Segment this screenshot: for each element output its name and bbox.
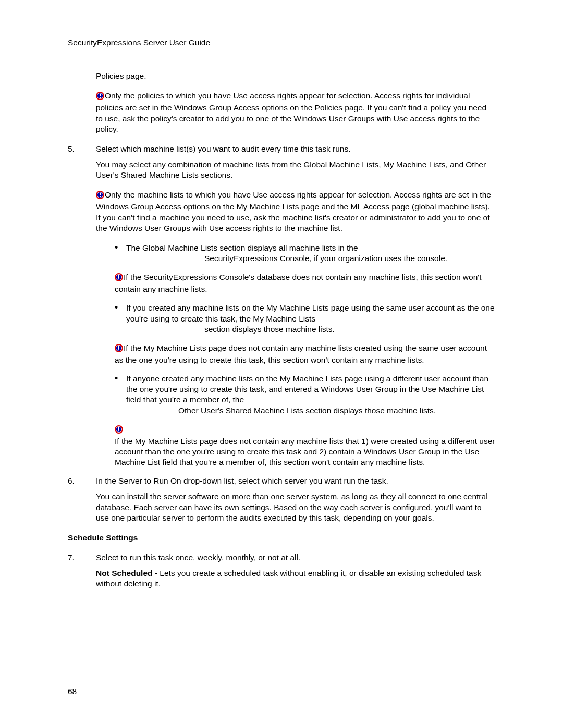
step-number: 6. (68, 476, 96, 486)
alert-icon (96, 191, 104, 202)
subnote-global-lists: If the SecurityExpressions Console's dat… (115, 272, 495, 294)
page-number: 68 (68, 686, 77, 697)
note-policies-access: Only the policies to which you have Use … (96, 91, 495, 134)
bullet-global-lists: The Global Machine Lists section display… (115, 243, 495, 264)
schedule-settings-heading: Schedule Settings (68, 533, 495, 543)
step-6-detail: You can install the server software on m… (96, 491, 495, 523)
step-5: 5. Select which machine list(s) you want… (68, 144, 495, 467)
alert-icon (96, 92, 104, 103)
note-text: Only the policies to which you have Use … (96, 91, 486, 133)
bullet-other-lists: If anyone created any machine lists on t… (115, 374, 495, 416)
subnote-other-lists: If the My Machine Lists page does not co… (115, 424, 495, 468)
alert-icon (115, 425, 123, 436)
step-7-detail: Not Scheduled - Lets you create a schedu… (96, 568, 495, 589)
bullet-cont: SecurityExpressions Console, if your org… (204, 253, 495, 264)
document-header: SecurityExpressions Server User Guide (68, 38, 495, 48)
alert-icon (115, 344, 123, 355)
note-text: If the SecurityExpressions Console's dat… (115, 273, 482, 293)
note-text: Only the machine lists to which you have… (96, 190, 491, 232)
document-page: SecurityExpressions Server User Guide Po… (0, 0, 563, 630)
step-text: Select which machine list(s) you want to… (96, 144, 495, 154)
step-number: 5. (68, 144, 96, 154)
bullet-cont: Other User's Shared Machine Lists sectio… (178, 405, 495, 416)
not-scheduled-label: Not Scheduled (96, 569, 153, 577)
step-text: In the Server to Run On drop-down list, … (96, 476, 495, 486)
policies-page-text: Policies page. (96, 71, 495, 81)
not-scheduled-desc: - Lets you create a scheduled task witho… (96, 569, 481, 588)
note-text: If the My Machine Lists page does not co… (115, 343, 487, 364)
bullet-cont: section displays those machine lists. (204, 324, 495, 335)
note-machine-lists-access: Only the machine lists to which you have… (96, 190, 495, 233)
note-text: If the My Machine Lists page does not co… (115, 437, 495, 466)
bullet-my-lists: If you created any machine lists on the … (115, 303, 495, 334)
step-number: 7. (68, 552, 96, 563)
subnote-my-lists: If the My Machine Lists page does not co… (115, 343, 495, 365)
step-6: 6. In the Server to Run On drop-down lis… (68, 476, 495, 523)
alert-icon (115, 273, 123, 284)
step-5-detail: You may select any combination of machin… (96, 159, 495, 180)
step-text: Select to run this task once, weekly, mo… (96, 552, 495, 563)
step-7: 7. Select to run this task once, weekly,… (68, 552, 495, 589)
